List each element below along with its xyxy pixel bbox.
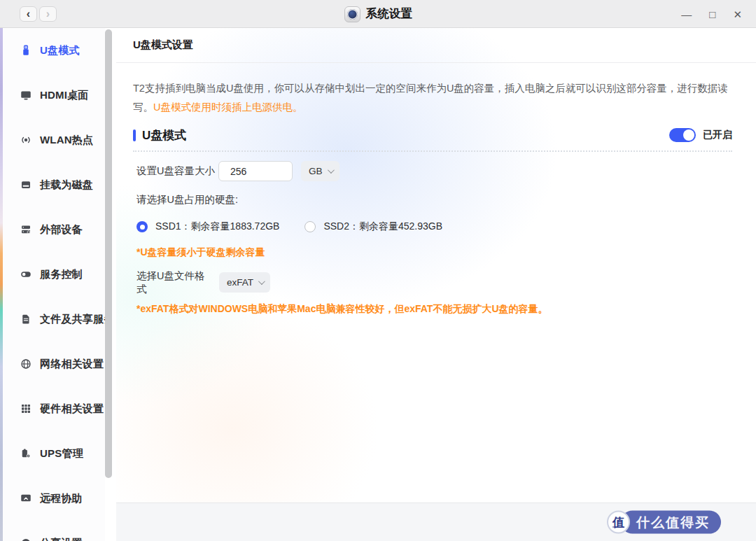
maximize-button[interactable]: □ (709, 9, 715, 20)
usb-icon (20, 44, 32, 57)
format-warning: *exFAT格式对WINDOWS电脑和苹果Mac电脑兼容性较好，但exFAT不能… (136, 303, 732, 316)
usb-mode-toggle[interactable] (669, 128, 696, 142)
sidebar-item-mount-as-disk[interactable]: 挂载为磁盘 (3, 162, 105, 207)
disk-icon (20, 178, 32, 191)
format-select-value: exFAT (227, 277, 253, 288)
sidebar-scrollbar[interactable] (105, 29, 112, 478)
radio-button[interactable] (136, 221, 148, 232)
back-button[interactable]: ‹ (20, 6, 37, 22)
sidebar: U盘模式 HDMI桌面 WLAN热点 挂载为磁盘 外部设备 服务控制 文件及共享… (3, 28, 105, 541)
file-icon (20, 313, 32, 325)
remote-icon (20, 492, 32, 505)
window-controls: — □ ✕ (681, 0, 742, 28)
chevron-down-icon (327, 167, 334, 174)
sidebar-item-label: 远程协助 (40, 492, 83, 505)
disk-select-label: 请选择U盘占用的硬盘: (136, 193, 732, 206)
battery-icon (20, 447, 32, 460)
sidebar-item-external-devices[interactable]: 外部设备 (3, 207, 105, 252)
share-icon (20, 537, 32, 541)
smzdm-text: 什么值得买 (621, 511, 721, 534)
chevron-down-icon (258, 278, 265, 285)
toggle-status-label: 已开启 (703, 129, 732, 141)
section-title-group: U盘模式 (133, 127, 186, 143)
sidebar-item-ups-management[interactable]: UPS管理 (3, 431, 105, 476)
unit-select-value: GB (309, 166, 323, 176)
globe-icon (20, 358, 32, 370)
capacity-input[interactable] (218, 161, 293, 181)
sidebar-item-label: HDMI桌面 (40, 89, 89, 102)
disk-option-1[interactable]: SSD1：剩余容量1883.72GB (136, 220, 279, 233)
radio-button[interactable] (304, 221, 316, 232)
dotted-divider (133, 150, 732, 152)
toggle-icon (20, 268, 32, 281)
format-row: 选择U盘文件格式 exFAT (136, 272, 732, 293)
sidebar-item-share-settings[interactable]: 分享设置 (3, 521, 105, 541)
capacity-label: 设置U盘容量大小 (136, 164, 218, 178)
footer: 值 什么值得买 (116, 503, 756, 541)
sidebar-item-file-share-services[interactable]: 文件及共享服务 (3, 297, 105, 342)
sidebar-item-network-settings[interactable]: 网络相关设置 (3, 342, 105, 386)
sidebar-item-label: 分享设置 (40, 537, 83, 541)
format-select[interactable]: exFAT (219, 272, 270, 293)
sidebar-item-label: WLAN热点 (40, 134, 93, 147)
disk-option-label: SSD2：剩余容量452.93GB (323, 220, 442, 233)
sidebar-item-label: U盘模式 (40, 44, 80, 57)
capacity-row: 设置U盘容量大小 GB (136, 161, 732, 181)
forward-button[interactable]: › (39, 6, 57, 22)
sidebar-item-label: 硬件相关设置 (40, 402, 104, 416)
settings-window: ‹ › 系统设置 — □ ✕ U盘模式 HDMI桌面 WLAN热点 挂载为磁盘 … (0, 0, 756, 541)
section-title: U盘模式 (142, 127, 186, 143)
description: T2支持插到电脑当成U盘使用，你可以从存储中划出一定的空间来作为U盘的容量，插入… (133, 79, 732, 117)
disk-option-2[interactable]: SSD2：剩余容量452.93GB (304, 220, 442, 233)
sidebar-item-label: 挂载为磁盘 (40, 178, 93, 192)
sidebar-item-label: UPS管理 (40, 447, 83, 461)
close-button[interactable]: ✕ (733, 9, 742, 20)
smzdm-logo-icon: 值 (607, 511, 630, 534)
sidebar-item-label: 文件及共享服务 (40, 313, 105, 326)
page-title: U盘模式设置 (133, 38, 193, 52)
nav-buttons: ‹ › (20, 6, 57, 22)
sidebar-item-wlan-hotspot[interactable]: WLAN热点 (3, 118, 105, 162)
sidebar-item-usb-mode[interactable]: U盘模式 (3, 28, 105, 73)
monitor-icon (20, 89, 32, 101)
minimize-button[interactable]: — (681, 9, 692, 20)
sidebar-item-hdmi-desktop[interactable]: HDMI桌面 (3, 73, 105, 118)
sidebar-item-label: 网络相关设置 (40, 358, 104, 371)
disk-option-label: SSD1：剩余容量1883.72GB (155, 220, 279, 233)
usb-mode-toggle-group: 已开启 (669, 128, 732, 142)
page-header: U盘模式设置 (116, 28, 756, 63)
sidebar-item-label: 外部设备 (40, 223, 83, 237)
format-label: 选择U盘文件格式 (136, 269, 209, 296)
window-title: 系统设置 (366, 6, 412, 22)
disk-radio-group: SSD1：剩余容量1883.72GB SSD2：剩余容量452.93GB (136, 220, 732, 233)
usb-mode-panel: T2支持插到电脑当成U盘使用，你可以从存储中划出一定的空间来作为U盘的容量，插入… (116, 79, 756, 316)
sidebar-item-hardware-settings[interactable]: 硬件相关设置 (3, 386, 105, 431)
titlebar: ‹ › 系统设置 — □ ✕ (0, 0, 756, 28)
unit-select[interactable]: GB (301, 161, 340, 181)
usb-mode-form: 设置U盘容量大小 GB 请选择U盘占用的硬盘: SSD1：剩余容量1883.72… (133, 161, 732, 316)
section-header-row: U盘模式 已开启 (133, 126, 732, 144)
server-icon (20, 223, 32, 236)
sidebar-item-label: 服务控制 (40, 268, 83, 281)
app-logo-icon (347, 9, 358, 20)
capacity-warning: *U盘容量须小于硬盘剩余容量 (136, 246, 732, 259)
grid-icon (20, 402, 32, 415)
hotspot-icon (20, 134, 32, 146)
sidebar-item-service-control[interactable]: 服务控制 (3, 252, 105, 297)
main-content: U盘模式设置 T2支持插到电脑当成U盘使用，你可以从存储中划出一定的空间来作为U… (116, 28, 756, 541)
section-accent-bar (133, 129, 136, 141)
sidebar-item-remote-assist[interactable]: 远程协助 (3, 476, 105, 521)
description-warning: U盘模式使用时须插上电源供电。 (153, 101, 302, 113)
app-icon (344, 6, 360, 22)
window-title-group: 系统设置 (0, 0, 756, 28)
smzdm-watermark: 值 什么值得买 (607, 511, 721, 534)
